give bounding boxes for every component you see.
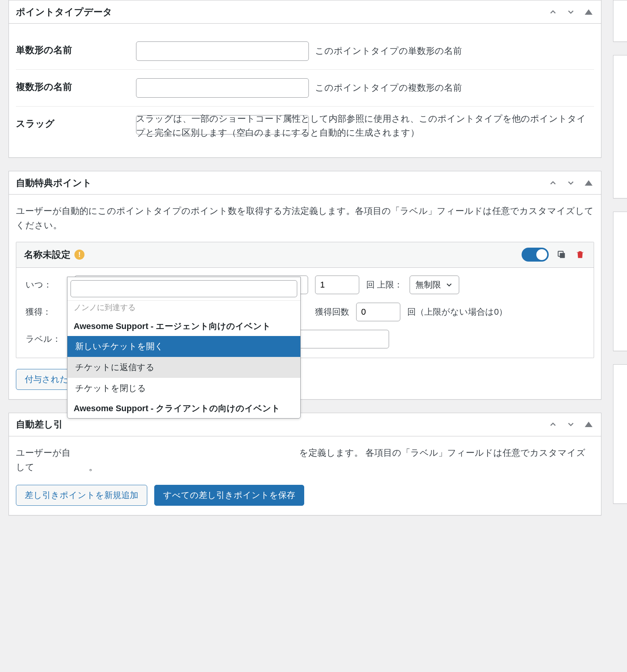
metabox-header-actions	[548, 419, 594, 430]
times-label: 回 上限：	[366, 279, 403, 291]
sidebar-box	[613, 55, 627, 198]
slug-desc: スラッグは、一部のショートコード属性として内部参照に使用され、このポイントタイプ…	[136, 112, 594, 140]
collapse-icon[interactable]	[583, 7, 594, 17]
when-label: いつ：	[26, 279, 67, 291]
metabox-header: 自動特典ポイント	[9, 171, 601, 195]
sidebar-box	[613, 364, 627, 504]
metabox-header: ポイントタイプデータ	[9, 0, 601, 24]
metabox-title: 自動特典ポイント	[16, 177, 92, 189]
collapse-icon[interactable]	[583, 419, 594, 430]
collapse-icon[interactable]	[583, 177, 594, 188]
slug-label: スラッグ	[16, 115, 136, 130]
metabox-body: ユーザーが自動的にこのポイントタイプのポイント数を取得する方法定義します。各項目…	[9, 195, 601, 399]
move-up-icon[interactable]	[548, 419, 558, 430]
earn-times-input[interactable]	[356, 303, 400, 321]
award-item-title: 名称未設定	[24, 248, 71, 261]
metabox-header-actions	[548, 7, 594, 17]
earn-times-suffix: 回（上限がない場合は0）	[407, 306, 507, 318]
trash-icon[interactable]	[574, 249, 586, 260]
svg-rect-0	[560, 253, 565, 258]
singular-name-input[interactable]	[136, 41, 309, 61]
sidebar-box	[613, 212, 627, 351]
dropdown-item-reply-ticket[interactable]: チケットに返信する	[67, 357, 300, 378]
plural-name-input[interactable]	[136, 78, 309, 98]
enable-toggle[interactable]	[522, 248, 549, 262]
move-up-icon[interactable]	[548, 7, 558, 17]
dropdown-search-input[interactable]	[71, 280, 297, 297]
metabox-body: ユーザーが自を定義します。 各項目の「ラベル」フィールドは任意でカスタマイズして…	[9, 436, 601, 515]
dropdown-group-agent: Awesome Support - エージェント向けのイベント	[67, 317, 300, 336]
limit-select[interactable]: 無制限	[410, 276, 459, 294]
slug-row: スラッグ スラッグは、一部のショートコード属性として内部参照に使用され、このポイ…	[16, 107, 594, 148]
metabox-title: ポイントタイプデータ	[16, 6, 112, 18]
metabox-body: 単数形の名前 このポイントタイプの単数形の名前 複数形の名前 このポイントタイプ…	[9, 24, 601, 157]
auto-deduct-buttons: 差し引きポイントを新規追加 すべての差し引きポイントを保存	[16, 485, 594, 506]
earn-label: 獲得：	[26, 306, 67, 318]
metabox-title: 自動差し引	[16, 418, 63, 431]
auto-award-desc: ユーザーが自動的にこのポイントタイプのポイント数を取得する方法定義します。各項目…	[16, 204, 594, 233]
auto-deduct-desc: ユーザーが自を定義します。 各項目の「ラベル」フィールドは任意でカスタマイズして…	[16, 446, 594, 474]
plural-name-row: 複数形の名前 このポイントタイプの複数形の名前	[16, 70, 594, 107]
dropdown-group-client: Awesome Support - クライアントの向けのイベント	[67, 399, 300, 418]
plural-name-desc: このポイントタイプの複数形の名前	[315, 81, 462, 95]
warning-icon: !	[74, 250, 84, 260]
move-down-icon[interactable]	[565, 7, 576, 17]
when-dropdown: ノンノに到達する Awesome Support - エージェント向けのイベント…	[67, 277, 301, 418]
dropdown-item-close-ticket[interactable]: チケットを閉じる	[67, 378, 300, 399]
sidebar-box	[613, 0, 627, 42]
label-label: ラベル：	[26, 333, 67, 345]
metabox-header-actions	[548, 177, 594, 188]
singular-name-row: 単数形の名前 このポイントタイプの単数形の名前	[16, 33, 594, 70]
dropdown-item-partial[interactable]: ノンノに到達する	[67, 301, 300, 317]
save-deduct-button[interactable]: すべての差し引きポイントを保存	[154, 485, 304, 506]
copy-icon[interactable]	[556, 249, 567, 260]
auto-deduct-metabox: 自動差し引 ユーザーが自を定義します。 各項目の「ラベル」フィールドは任意でカス…	[9, 413, 601, 516]
singular-name-desc: このポイントタイプの単数形の名前	[315, 44, 462, 58]
auto-award-metabox: 自動特典ポイント ユーザーが自動的にこのポイントタイプのポイント数を取得する方法…	[9, 171, 601, 400]
move-down-icon[interactable]	[565, 177, 576, 188]
sidebar-clipped	[613, 0, 627, 672]
dropdown-search-wrap	[67, 277, 300, 301]
point-type-data-metabox: ポイントタイプデータ 単数形の名前	[9, 0, 601, 158]
award-item-header: 名称未設定 !	[16, 242, 594, 268]
chevron-down-icon	[445, 281, 453, 289]
singular-name-label: 単数形の名前	[16, 41, 136, 56]
times-input[interactable]	[315, 276, 359, 294]
dropdown-item-open-ticket[interactable]: 新しいチケットを開く	[67, 336, 300, 357]
move-up-icon[interactable]	[548, 177, 558, 188]
earn-times-label: 獲得回数	[315, 306, 349, 318]
add-deduct-button[interactable]: 差し引きポイントを新規追加	[16, 485, 147, 506]
move-down-icon[interactable]	[565, 419, 576, 430]
limit-select-value: 無制限	[415, 279, 441, 291]
plural-name-label: 複数形の名前	[16, 78, 136, 93]
